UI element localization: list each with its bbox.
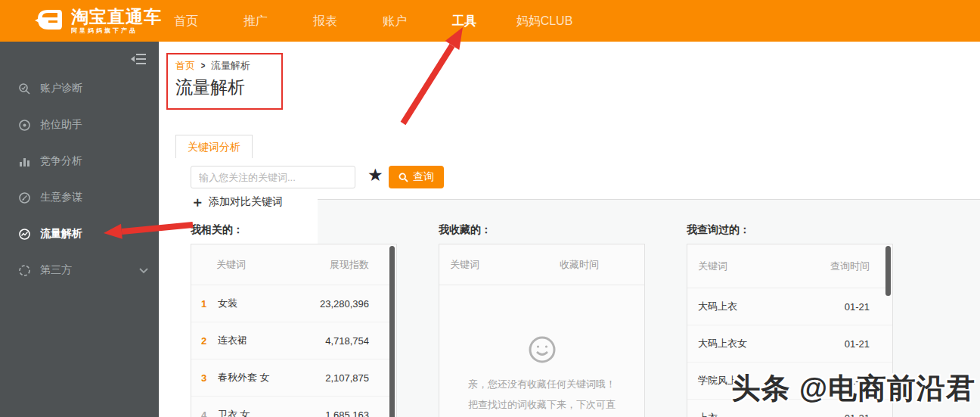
impression-cell: 1,685,163 bbox=[325, 409, 396, 417]
tab-bar-divider bbox=[318, 199, 980, 200]
keyword-cell: 卫衣 女 bbox=[218, 408, 325, 417]
page-title: 流量解析 bbox=[175, 76, 245, 99]
col-impression-label: 展现指数 bbox=[330, 258, 369, 272]
keyword-cell: 女装 bbox=[218, 297, 320, 310]
sidebar-menu: 账户诊断 抢位助手 竞争分析 bbox=[0, 70, 159, 288]
logo-title: 淘宝直通车 bbox=[71, 8, 162, 26]
top-nav: 首页 推广 报表 账户 工具 妈妈CLUB bbox=[151, 0, 590, 42]
nav-item-reports[interactable]: 报表 bbox=[290, 0, 360, 42]
related-table-header: 关键词 展现指数 bbox=[191, 244, 396, 285]
rank-number: 3 bbox=[201, 372, 218, 384]
sidebar-item-business-advisor[interactable]: 生意参谋 bbox=[0, 179, 159, 216]
keyword-cell: 学院风上衣 bbox=[698, 374, 845, 387]
left-sidebar: 账户诊断 抢位助手 竞争分析 bbox=[0, 42, 159, 417]
empty-message-line2: 把查找过的词收藏下来，下次可直 bbox=[439, 397, 644, 412]
query-time-cell: 01-21 bbox=[845, 301, 892, 313]
third-party-icon bbox=[18, 264, 31, 277]
related-keywords-panel: 关键词 展现指数 1 女装 23,280,396 2 连衣裙 4,718,754… bbox=[191, 244, 397, 417]
sidebar-item-label: 竞争分析 bbox=[40, 154, 82, 168]
plus-icon: ＋ bbox=[191, 195, 204, 209]
col-keyword-label: 关键词 bbox=[450, 258, 479, 272]
sidebar-item-label: 抢位助手 bbox=[40, 118, 82, 132]
related-panel-scrollbar[interactable] bbox=[389, 246, 395, 417]
nav-item-account[interactable]: 账户 bbox=[360, 0, 430, 42]
table-row[interactable]: 4 卫衣 女 1,685,163 bbox=[191, 397, 396, 417]
sidebar-collapse-icon[interactable] bbox=[130, 52, 147, 66]
table-row[interactable]: 2 连衣裙 4,718,754 bbox=[191, 322, 396, 359]
table-row[interactable]: 学院风上衣 01-21 bbox=[687, 363, 892, 400]
col-keyword-label: 关键词 bbox=[216, 258, 246, 272]
tab-keyword-analysis[interactable]: 关键词分析 bbox=[175, 135, 253, 158]
col-query-time-label: 查询时间 bbox=[830, 260, 870, 273]
table-row[interactable]: 3 春秋外套 女 2,107,875 bbox=[191, 359, 396, 397]
train-logo-icon bbox=[33, 7, 65, 36]
sidebar-item-account-diagnosis[interactable]: 账户诊断 bbox=[0, 70, 159, 107]
query-time-cell: 01-21 bbox=[845, 375, 892, 387]
rank-number: 2 bbox=[201, 335, 218, 347]
breadcrumb-home-link[interactable]: 首页 bbox=[175, 59, 195, 73]
queried-panel-scrollbar[interactable] bbox=[885, 246, 891, 296]
keyword-cell: 大码上衣女 bbox=[698, 337, 845, 350]
traffic-trend-icon bbox=[18, 228, 31, 241]
impression-cell: 2,107,875 bbox=[325, 372, 396, 384]
favorite-star-icon[interactable]: ★ bbox=[368, 163, 383, 186]
rank-number: 1 bbox=[201, 298, 218, 310]
sidebar-item-position-assistant[interactable]: 抢位助手 bbox=[0, 107, 159, 143]
nav-item-promotion[interactable]: 推广 bbox=[221, 0, 290, 42]
table-row[interactable]: 大码上衣女 01-21 bbox=[687, 325, 892, 363]
logo-subtitle: 阿里妈妈旗下产品 bbox=[71, 26, 162, 35]
chevron-down-icon[interactable] bbox=[139, 264, 148, 276]
query-button[interactable]: 查询 bbox=[389, 166, 444, 188]
compass-icon bbox=[18, 191, 31, 204]
smiley-icon bbox=[528, 355, 557, 366]
keyword-cell: 大码上衣 bbox=[698, 300, 845, 313]
sidebar-item-label: 生意参谋 bbox=[40, 191, 82, 204]
sidebar-item-label: 账户诊断 bbox=[40, 82, 82, 95]
sidebar-item-third-party[interactable]: 第三方 bbox=[0, 252, 159, 288]
query-button-label: 查询 bbox=[413, 170, 434, 184]
impression-cell: 23,280,396 bbox=[320, 298, 396, 310]
top-header-bar: 淘宝直通车 阿里妈妈旗下产品 首页 推广 报表 账户 工具 妈妈CLUB bbox=[0, 0, 980, 42]
impression-cell: 4,718,754 bbox=[325, 335, 396, 347]
sidebar-item-competition-analysis[interactable]: 竞争分析 bbox=[0, 143, 159, 179]
sidebar-item-traffic-analysis[interactable]: 流量解析 bbox=[0, 216, 159, 252]
keyword-cell: 春秋外套 女 bbox=[218, 371, 325, 384]
favorites-table-header: 关键词 收藏时间 bbox=[439, 244, 644, 285]
bar-chart-icon bbox=[18, 155, 31, 168]
queried-keywords-panel: 关键词 查询时间 大码上衣 01-21 大码上衣女 01-21 学院风上衣 01… bbox=[687, 244, 893, 417]
sidebar-item-label: 流量解析 bbox=[40, 227, 82, 241]
favorites-empty-state: 亲，您还没有收藏任何关键词哦！ 把查找过的词收藏下来，下次可直 bbox=[439, 335, 644, 412]
breadcrumb-current: 流量解析 bbox=[211, 59, 250, 73]
col-keyword-label: 关键词 bbox=[698, 260, 727, 273]
table-row[interactable]: 大码上衣 01-21 bbox=[687, 288, 892, 325]
favorites-panel-title: 我收藏的： bbox=[439, 223, 492, 237]
nav-item-tools[interactable]: 工具 bbox=[430, 0, 499, 42]
keyword-search-input[interactable] bbox=[191, 166, 355, 188]
breadcrumb-chevron-icon: > bbox=[201, 61, 206, 71]
related-panel-title: 我相关的： bbox=[191, 223, 243, 237]
col-favorite-time-label: 收藏时间 bbox=[560, 258, 599, 272]
keyword-cell: 连衣裙 bbox=[218, 334, 325, 347]
diagnosis-icon bbox=[18, 82, 31, 95]
queried-table-header: 关键词 查询时间 bbox=[687, 244, 892, 288]
table-row[interactable]: 上衣 01-21 bbox=[687, 400, 892, 417]
query-time-cell: 01-21 bbox=[845, 338, 892, 350]
target-icon bbox=[18, 119, 31, 132]
nav-item-home[interactable]: 首页 bbox=[151, 0, 221, 42]
page: 淘宝直通车 阿里妈妈旗下产品 首页 推广 报表 账户 工具 妈妈CLUB bbox=[0, 0, 980, 417]
search-icon bbox=[399, 173, 408, 182]
rank-number: 4 bbox=[201, 409, 218, 417]
breadcrumb: 首页 > 流量解析 bbox=[175, 59, 250, 73]
add-compare-keyword-link[interactable]: ＋ 添加对比关键词 bbox=[191, 195, 283, 209]
empty-message-line1: 亲，您还没有收藏任何关键词哦！ bbox=[439, 377, 644, 392]
sidebar-item-label: 第三方 bbox=[40, 263, 72, 277]
add-compare-label: 添加对比关键词 bbox=[209, 195, 283, 209]
app-logo[interactable]: 淘宝直通车 阿里妈妈旗下产品 bbox=[33, 7, 162, 36]
nav-item-mama-club[interactable]: 妈妈CLUB bbox=[499, 0, 590, 42]
favorite-keywords-panel: 关键词 收藏时间 亲，您还没有收藏任何关键词哦！ 把查找过的词收藏下来，下次可直 bbox=[439, 244, 645, 417]
keyword-cell: 上衣 bbox=[698, 411, 845, 417]
queried-panel-title: 我查询过的： bbox=[687, 223, 750, 237]
table-row[interactable]: 1 女装 23,280,396 bbox=[191, 285, 396, 322]
query-time-cell: 01-21 bbox=[845, 412, 892, 417]
